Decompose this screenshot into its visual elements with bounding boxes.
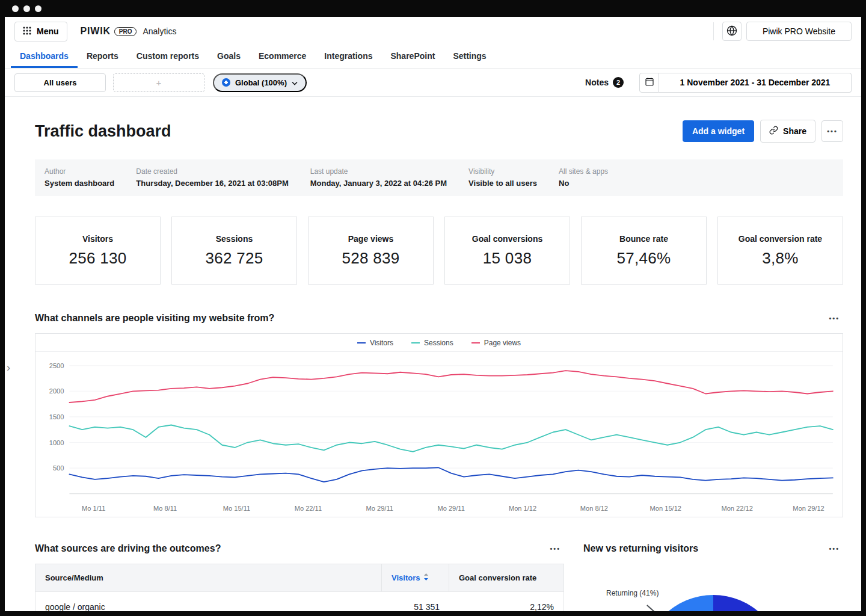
col-source-medium[interactable]: Source/Medium xyxy=(35,564,382,591)
meta-last-update: Last update Monday, January 3, 2022 at 0… xyxy=(310,167,447,188)
legend-swatch xyxy=(471,342,480,343)
meta-value: System dashboard xyxy=(45,179,114,188)
site-selector-label: Piwik PRO Website xyxy=(763,26,835,36)
piwik-pro-logo: PIWIK PRO Analytics xyxy=(81,26,177,37)
date-range-label: 1 November 2021 - 31 December 2021 xyxy=(680,78,831,87)
kpi-label: Sessions xyxy=(209,234,260,244)
svg-text:Mo 22/11: Mo 22/11 xyxy=(295,505,322,512)
svg-text:Mo 29/11: Mo 29/11 xyxy=(366,505,393,512)
svg-text:Mon 8/12: Mon 8/12 xyxy=(580,505,608,512)
svg-text:2500: 2500 xyxy=(49,362,64,369)
channels-line-chart[interactable]: 5001000150020002500Mo 1/11Mo 8/11Mo 15/1… xyxy=(35,352,843,517)
segment-all-users-label: All users xyxy=(44,78,77,87)
meta-author: Author System dashboard xyxy=(45,167,114,188)
svg-text:Mon 22/12: Mon 22/12 xyxy=(721,505,752,512)
logo-product-name: Analytics xyxy=(143,26,176,36)
kpi-page-views: Page views 528 839 xyxy=(308,217,434,285)
svg-text:Mon 1/12: Mon 1/12 xyxy=(509,505,536,512)
top-bar-right: Piwik PRO Website xyxy=(705,22,852,41)
global-sample-dropdown[interactable]: Global (100%) xyxy=(213,73,307,92)
date-range-picker[interactable]: 1 November 2021 - 31 December 2021 xyxy=(659,73,852,93)
legend-sessions[interactable]: Sessions xyxy=(411,339,453,347)
tab-settings[interactable]: Settings xyxy=(444,46,495,68)
site-selector[interactable]: Piwik PRO Website xyxy=(746,22,852,41)
segment-all-users-button[interactable]: All users xyxy=(14,73,106,92)
tab-sharepoint[interactable]: SharePoint xyxy=(381,46,444,68)
pie-title: New vs returning visitors xyxy=(583,543,698,554)
sources-section-head: What sources are driving the outcomes? •… xyxy=(35,541,564,555)
col-visitors[interactable]: Visitors xyxy=(382,564,449,591)
kpi-label: Visitors xyxy=(75,234,120,244)
meta-date-created: Date created Thursday, December 16, 2021… xyxy=(136,167,288,188)
tab-integrations[interactable]: Integrations xyxy=(315,46,381,68)
logo-pro-badge: PRO xyxy=(114,27,137,36)
tab-reports[interactable]: Reports xyxy=(78,46,127,68)
menu-button[interactable]: Menu xyxy=(14,22,67,42)
meta-value: Monday, January 3, 2022 at 04:26 PM xyxy=(310,179,447,188)
legend-page-views[interactable]: Page views xyxy=(471,339,521,347)
col-goal-conversion-rate[interactable]: Goal conversion rate xyxy=(449,564,564,591)
dashboard-more-button[interactable]: ••• xyxy=(821,120,843,142)
svg-text:2000: 2000 xyxy=(49,387,64,395)
top-bar: Menu PIWIK PRO Analytics xyxy=(5,17,861,46)
legend-label: Page views xyxy=(484,339,521,347)
pie-section-head: New vs returning visitors ••• xyxy=(583,541,843,555)
calendar-button[interactable] xyxy=(639,73,659,93)
kpi-row: Visitors 256 130 Sessions 362 725 Page v… xyxy=(35,217,843,285)
cell-rate: 2,12% xyxy=(449,592,564,611)
notes-button[interactable]: Notes 2 xyxy=(585,77,624,88)
global-sample-label: Global (100%) xyxy=(235,78,287,87)
legend-swatch xyxy=(411,342,420,343)
page-title: Traffic dashboard xyxy=(35,122,171,141)
table-row[interactable]: google / organic 51 351 2,12% xyxy=(35,591,564,611)
legend-swatch xyxy=(357,342,366,343)
tab-ecommerce[interactable]: Ecommerce xyxy=(250,46,315,68)
meta-visibility: Visibility Visible to all users xyxy=(468,167,537,188)
sidebar-expander-chevron[interactable]: › xyxy=(7,362,10,373)
sources-title: What sources are driving the outcomes? xyxy=(35,543,221,554)
tab-goals[interactable]: Goals xyxy=(208,46,250,68)
pie-more-button[interactable]: ••• xyxy=(825,541,843,555)
tab-custom-reports[interactable]: Custom reports xyxy=(127,46,208,68)
kpi-value: 3,8% xyxy=(762,249,798,268)
svg-text:1000: 1000 xyxy=(49,439,64,446)
menu-button-label: Menu xyxy=(37,26,59,36)
cell-visitors: 51 351 xyxy=(382,592,449,611)
sources-more-button[interactable]: ••• xyxy=(546,541,564,555)
globe-button[interactable] xyxy=(722,22,742,41)
kpi-label: Goal conversion rate xyxy=(731,234,829,244)
share-button[interactable]: Share xyxy=(760,120,815,143)
meta-value: Visible to all users xyxy=(468,179,537,188)
kpi-value: 362 725 xyxy=(205,249,263,268)
tab-dashboards[interactable]: Dashboards xyxy=(11,46,78,68)
svg-text:1500: 1500 xyxy=(49,413,64,420)
new-vs-returning-pie[interactable] xyxy=(643,595,783,611)
kpi-label: Goal conversions xyxy=(465,234,550,244)
kpi-label: Bounce rate xyxy=(612,234,675,244)
legend-visitors[interactable]: Visitors xyxy=(357,339,393,347)
kpi-value: 256 130 xyxy=(69,249,126,268)
window-zoom-button[interactable] xyxy=(35,5,41,12)
dashboard-actions: Add a widget Share ••• xyxy=(683,120,843,143)
calendar-icon xyxy=(645,77,654,88)
more-icon: ••• xyxy=(550,545,560,552)
add-segment-button[interactable]: + xyxy=(113,73,204,92)
svg-text:Mo 15/11: Mo 15/11 xyxy=(223,505,250,512)
pie-section: New vs returning visitors ••• Returning … xyxy=(583,541,843,611)
add-widget-button[interactable]: Add a widget xyxy=(683,120,754,142)
sources-table-header: Source/Medium Visitors Goal conversion r… xyxy=(35,564,564,591)
window-minimize-button[interactable] xyxy=(23,5,30,12)
kpi-bounce-rate: Bounce rate 57,46% xyxy=(581,217,707,285)
pie-chart-area: Returning (41%) xyxy=(583,561,843,611)
channels-more-button[interactable]: ••• xyxy=(825,311,843,325)
globe-icon xyxy=(726,25,737,38)
meta-all-sites: All sites & apps No xyxy=(559,167,608,188)
pie-annotation-pointer xyxy=(646,605,660,611)
grid-menu-icon xyxy=(23,26,31,37)
kpi-value: 528 839 xyxy=(342,249,399,268)
legend-label: Sessions xyxy=(424,339,453,347)
channels-section-head: What channels are people visiting my web… xyxy=(35,311,843,325)
window-close-button[interactable] xyxy=(12,5,19,12)
svg-text:Mo 8/11: Mo 8/11 xyxy=(153,505,177,512)
filters-toolbar: All users + Global (100%) Notes 2 xyxy=(5,69,861,97)
